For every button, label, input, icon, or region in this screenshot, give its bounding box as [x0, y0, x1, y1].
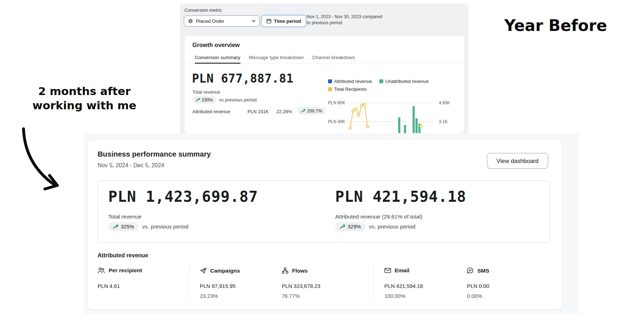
curved-arrow-icon: [16, 125, 66, 196]
legend-label: Attributed revenue: [334, 79, 372, 84]
top-dashboard-screenshot: Conversion metric Placed Order Time peri…: [180, 4, 468, 133]
attributed-revenue-row-label: Attributed revenue: [192, 109, 230, 114]
attributed-change-value: 200.7%: [307, 109, 322, 114]
tab-conversion-summary[interactable]: Conversion summary: [195, 52, 240, 64]
legend-attributed-revenue[interactable]: Attributed revenue: [328, 79, 372, 84]
growth-overview-card: Growth overview Conversion summary Messa…: [185, 36, 464, 133]
time-period-label: Time period: [274, 19, 301, 24]
change-value: 230%: [202, 98, 213, 102]
growth-overview-title: Growth overview: [192, 42, 240, 48]
months-after-line2: working with me: [20, 98, 149, 112]
right-axis-tick-31k: 3.1K: [439, 119, 448, 124]
breakdown-label: SMS: [477, 268, 489, 274]
breakdown-value: PLN 97,915.95: [200, 283, 235, 289]
left-axis-tick-60k: PLN 60K: [328, 100, 345, 105]
breakdown-label: Email: [395, 267, 409, 274]
breakdown-label: Campaigns: [210, 268, 240, 274]
performance-summary-title: Business performance summary: [98, 150, 211, 158]
right-axis-tick-465k: 4.65K: [439, 100, 450, 105]
send-icon: [200, 267, 207, 274]
attributed-revenue-row-amount: PLN 151K: [248, 109, 269, 114]
breakdown-label: Flows: [292, 268, 308, 274]
attributed-revenue-change-badge: 200.7%: [298, 107, 325, 115]
legend-label: Total Recipients: [334, 86, 367, 92]
legend-total-recipients[interactable]: Total Recipients: [328, 86, 367, 92]
time-period-button[interactable]: Time period: [261, 15, 306, 27]
breakdown-percent: 76.77%: [282, 293, 300, 299]
total-revenue-label: Total revenue: [192, 89, 220, 95]
trend-up-icon: [301, 109, 305, 113]
change-badge: 230%: [192, 96, 216, 104]
breakdown-percent: 100.00%: [384, 293, 405, 299]
canvas: Conversion metric Placed Order Time peri…: [0, 0, 644, 321]
trend-up-icon: [196, 98, 200, 102]
change-value: 329%: [348, 224, 361, 230]
legend-swatch-green: [379, 79, 383, 83]
breakdown-percent: 23.23%: [200, 293, 218, 299]
conversion-metric-select[interactable]: Placed Order: [184, 15, 260, 27]
total-revenue-change-row: 230% vs previous period: [192, 96, 256, 104]
change-badge: 325%: [108, 222, 139, 231]
vertical-divider: [373, 266, 374, 299]
total-revenue-change-row: 325% vs. previous period: [108, 222, 188, 231]
year-before-annotation: Year Before: [483, 16, 629, 35]
vertical-divider: [189, 266, 189, 299]
bottom-dashboard-screenshot: Business performance summary Nov 5, 2024…: [84, 133, 579, 314]
legend-swatch-blue: [328, 79, 332, 83]
change-suffix: vs previous period: [219, 97, 257, 102]
performance-date-range: Nov 5, 2024 - Dec 5, 2024: [98, 162, 164, 169]
left-axis-tick-40k: PLN 40K: [328, 119, 345, 124]
total-revenue-group: PLN 1,423,699.87 Total revenue 325% vs. …: [108, 181, 322, 242]
view-dashboard-button[interactable]: View dashboard: [487, 153, 548, 169]
total-revenue-amount: PLN 677,887.81: [192, 72, 294, 85]
metric-select-value: Placed Order: [196, 19, 249, 24]
breakdown-value: PLN 4.61: [98, 283, 120, 289]
attributed-revenue-row-percent: 22.26%: [276, 109, 292, 114]
breakdown-campaigns: Campaigns PLN 97,915.95 23.23%: [200, 267, 278, 274]
breakdown-value: PLN 0.00: [467, 283, 489, 289]
attributed-revenue-change-row: 329% vs. previous period: [335, 222, 415, 231]
attributed-revenue-group: PLN 421,594.18 Attributed revenue (29.61…: [335, 181, 549, 242]
attributed-revenue-amount: PLN 421,594.18: [335, 188, 466, 205]
legend-swatch-yellow: [328, 87, 332, 91]
tab-channel-breakdown[interactable]: Channel breakdown: [312, 52, 355, 64]
breakdown-label: Per recipient: [109, 267, 142, 274]
breakdown-email: Email PLN 421,594.18 100.00%: [384, 267, 463, 274]
growth-tabs: Conversion summary Message type breakdow…: [185, 52, 464, 64]
sms-bubble-icon: [467, 267, 474, 274]
email-icon: [384, 268, 391, 273]
months-after-line1: 2 months after: [20, 84, 149, 98]
date-range-text: Nov 1, 2023 - Nov 30, 2023 compared to p…: [307, 14, 387, 26]
breakdown-percent: 0.00%: [467, 293, 482, 299]
attributed-revenue-label: Attributed revenue (29.61% of total): [335, 214, 422, 220]
attributed-revenue-heading: Attributed revenue: [98, 252, 148, 259]
conversion-metric-label: Conversion metric: [185, 7, 222, 13]
business-performance-card: Business performance summary Nov 5, 2024…: [87, 140, 563, 310]
total-revenue-label: Total revenue: [108, 214, 141, 220]
change-suffix: vs. previous period: [369, 223, 415, 230]
gear-icon: [188, 19, 193, 23]
mini-chart-svg: [347, 99, 431, 133]
chevron-down-icon: [252, 20, 255, 22]
legend-unattributed-revenue[interactable]: Unattributed revenue: [379, 79, 429, 84]
trend-up-icon: [113, 224, 118, 229]
breakdown-per-recipient: Per recipient PLN 4.61: [98, 267, 176, 274]
tab-message-type-breakdown[interactable]: Message type breakdown: [249, 52, 304, 64]
trend-up-icon: [340, 224, 345, 229]
breakdown-sms: SMS PLN 0.00 0.00%: [467, 267, 545, 274]
months-after-annotation: 2 months after working with me: [20, 84, 149, 112]
breakdown-value: PLN 421,594.18: [384, 283, 423, 289]
breakdown-value: PLN 323,678.23: [282, 283, 320, 289]
calendar-icon: [266, 19, 271, 23]
summary-metrics-box: PLN 1,423,699.87 Total revenue 325% vs. …: [98, 180, 550, 242]
change-badge: 329%: [335, 222, 365, 231]
change-value: 325%: [121, 224, 134, 230]
change-suffix: vs. previous period: [142, 223, 188, 230]
breakdown-flows: Flows PLN 323,678.23 76.77%: [282, 267, 360, 274]
legend-label: Unattributed revenue: [385, 79, 429, 84]
total-revenue-amount: PLN 1,423,699.87: [108, 188, 258, 205]
flow-icon: [282, 267, 289, 274]
people-icon: [98, 267, 105, 274]
